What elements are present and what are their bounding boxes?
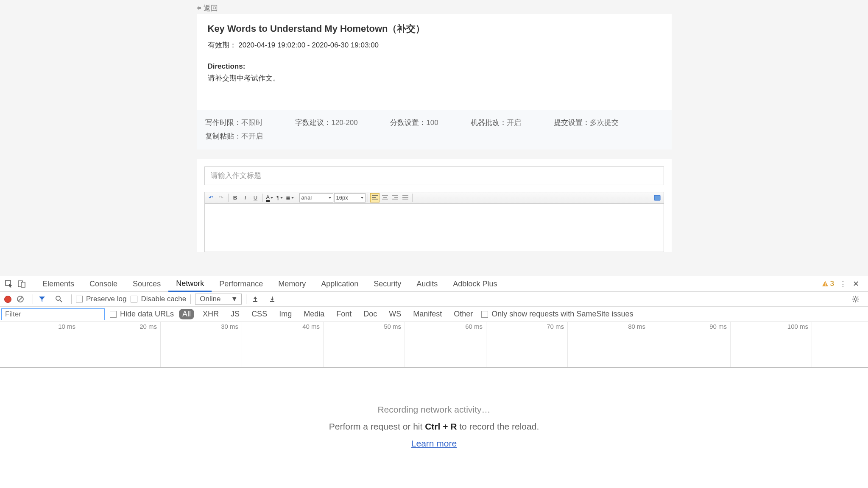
italic-button[interactable]: I	[241, 193, 250, 202]
filter-css[interactable]: CSS	[248, 309, 271, 319]
download-har-icon[interactable]	[268, 294, 277, 304]
svg-rect-4	[825, 283, 826, 285]
record-button[interactable]	[4, 296, 11, 303]
font-size-select[interactable]: 16px	[334, 193, 366, 202]
checkbox-icon	[131, 296, 137, 302]
svg-point-8	[56, 296, 60, 300]
svg-rect-11	[270, 301, 274, 302]
settings-gear-icon[interactable]	[851, 294, 860, 304]
align-right-button[interactable]	[391, 193, 400, 202]
warnings-badge[interactable]: 3	[822, 280, 834, 288]
filter-media[interactable]: Media	[300, 309, 328, 319]
tab-adblock[interactable]: Adblock Plus	[445, 276, 505, 291]
network-filter-bar: Hide data URLs All XHR JS CSS Img Media …	[0, 307, 868, 322]
checkbox-icon	[481, 311, 488, 318]
clear-button[interactable]	[16, 294, 25, 304]
info-bar: 写作时限：不限时 字数建议：120-200 分数设置：100 机器批改：开启 提…	[197, 110, 672, 150]
svg-rect-0	[654, 195, 660, 200]
svg-line-17	[853, 297, 854, 297]
search-icon[interactable]	[54, 294, 64, 304]
tab-sources[interactable]: Sources	[125, 276, 168, 291]
tab-security[interactable]: Security	[366, 276, 409, 291]
paragraph-button[interactable]: ¶	[275, 193, 285, 202]
recording-hint: Perform a request or hit Ctrl + R to rec…	[0, 421, 868, 432]
tab-console[interactable]: Console	[82, 276, 125, 291]
network-toolbar: Preserve log Disable cache Online▼	[0, 292, 868, 307]
svg-rect-10	[253, 301, 257, 302]
checkbox-icon	[110, 311, 117, 318]
assignment-title: Key Words to Understand My Hometown（补交）	[208, 22, 661, 35]
learn-more-link[interactable]: Learn more	[0, 438, 868, 449]
samesite-checkbox[interactable]: Only show requests with SameSite issues	[481, 310, 633, 319]
disable-cache-checkbox[interactable]: Disable cache	[131, 295, 186, 303]
svg-line-9	[60, 300, 62, 302]
inspect-icon[interactable]	[4, 279, 14, 288]
align-center-icon	[382, 195, 388, 200]
list-button[interactable]: ≣	[285, 193, 295, 202]
svg-line-7	[18, 297, 22, 301]
editor-toolbar: ↶ ↷ B I U A ¶ ≣ arial 16px	[204, 192, 664, 204]
recording-message: Recording network activity…	[0, 405, 868, 415]
throttling-select[interactable]: Online▼	[195, 294, 242, 305]
filter-input[interactable]	[1, 308, 105, 320]
editor-body[interactable]	[204, 204, 664, 252]
undo-button[interactable]: ↶	[207, 193, 216, 202]
align-justify-icon	[402, 195, 408, 200]
tab-application[interactable]: Application	[313, 276, 366, 291]
svg-line-18	[857, 301, 858, 302]
filter-all[interactable]: All	[179, 309, 194, 319]
filter-xhr[interactable]: XHR	[199, 309, 222, 319]
align-left-icon	[372, 195, 378, 200]
filter-doc[interactable]: Doc	[360, 309, 380, 319]
bold-button[interactable]: B	[231, 193, 240, 202]
fullscreen-button[interactable]	[653, 193, 662, 202]
align-center-button[interactable]	[380, 193, 390, 202]
redo-button[interactable]: ↷	[217, 193, 226, 202]
text-color-button[interactable]: A	[265, 193, 274, 202]
tab-audits[interactable]: Audits	[409, 276, 445, 291]
tab-elements[interactable]: Elements	[35, 276, 82, 291]
filter-img[interactable]: Img	[276, 309, 295, 319]
devtools-panel: Elements Console Sources Network Perform…	[0, 276, 868, 488]
fullscreen-icon	[654, 195, 661, 201]
filter-ws[interactable]: WS	[385, 309, 405, 319]
filter-other[interactable]: Other	[450, 309, 476, 319]
tab-performance[interactable]: Performance	[212, 276, 271, 291]
back-arrow-icon	[195, 5, 202, 11]
font-family-select[interactable]: arial	[299, 193, 333, 202]
divider	[208, 57, 661, 57]
svg-line-19	[853, 301, 854, 302]
directions-text: 请补交期中考试作文。	[208, 73, 661, 83]
more-icon[interactable]: ⋮	[838, 279, 848, 288]
assignment-card: Key Words to Understand My Hometown（补交） …	[197, 14, 672, 150]
svg-rect-3	[21, 282, 25, 287]
device-toggle-icon[interactable]	[17, 279, 26, 288]
hide-data-urls-checkbox[interactable]: Hide data URLs	[110, 310, 174, 319]
close-devtools-icon[interactable]: ✕	[851, 279, 860, 288]
editor-card: ↶ ↷ B I U A ¶ ≣ arial 16px	[197, 159, 672, 252]
back-link[interactable]: 返回	[0, 0, 868, 14]
preserve-log-checkbox[interactable]: Preserve log	[76, 295, 126, 303]
underline-button[interactable]: U	[251, 193, 260, 202]
svg-rect-5	[825, 285, 826, 286]
filter-font[interactable]: Font	[333, 309, 355, 319]
filter-toggle-icon[interactable]	[37, 294, 47, 304]
filter-manifest[interactable]: Manifest	[410, 309, 445, 319]
timeline[interactable]: 10 ms 20 ms 30 ms 40 ms 50 ms 60 ms 70 m…	[0, 322, 868, 368]
essay-title-input[interactable]	[204, 166, 664, 185]
tab-network[interactable]: Network	[168, 277, 212, 292]
upload-har-icon[interactable]	[251, 294, 260, 304]
warning-icon	[822, 280, 829, 287]
validity: 有效期： 2020-04-19 19:02:00 - 2020-06-30 19…	[208, 40, 661, 50]
directions-label: Directions:	[208, 62, 661, 71]
align-justify-button[interactable]	[401, 193, 410, 202]
back-label: 返回	[204, 4, 218, 12]
checkbox-icon	[76, 296, 83, 302]
svg-point-12	[854, 298, 857, 300]
align-right-icon	[392, 195, 398, 200]
align-left-button[interactable]	[370, 193, 380, 202]
tab-memory[interactable]: Memory	[271, 276, 313, 291]
svg-line-20	[857, 297, 858, 297]
filter-js[interactable]: JS	[227, 309, 243, 319]
devtools-tabs: Elements Console Sources Network Perform…	[0, 276, 868, 292]
